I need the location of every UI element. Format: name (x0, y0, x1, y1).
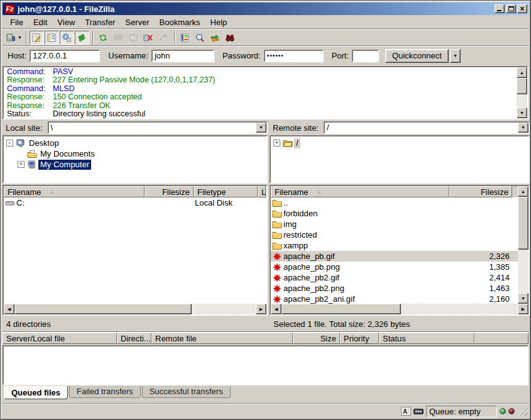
scroll-right-icon[interactable]: ▶ (256, 304, 266, 314)
cancel-button[interactable] (126, 31, 141, 45)
toggle-remote-tree-button[interactable] (60, 31, 74, 45)
menu-item-bookmarks[interactable]: Bookmarks (155, 17, 205, 28)
svg-text:A: A (403, 408, 407, 415)
folder-icon (272, 198, 282, 208)
file-row-apache-pb-gif[interactable]: apache_pb.gif2,326 (271, 251, 518, 262)
sort-ascending-icon: ▲ (50, 190, 54, 194)
window-controls: × (495, 4, 527, 13)
menu-item-edit[interactable]: Edit (28, 17, 52, 28)
column-header-label: Status (383, 334, 406, 343)
file-row-restricted[interactable]: restricted (271, 229, 518, 240)
column-header-status[interactable]: Status (379, 333, 474, 344)
quickconnect-button[interactable]: Quickconnect (385, 49, 449, 63)
tree-item-item[interactable]: +/ (271, 138, 528, 148)
username-label: Username: (108, 51, 148, 60)
toggle-local-tree-button[interactable] (45, 31, 59, 45)
column-header-filesize[interactable]: Filesize (449, 186, 512, 197)
scroll-up-icon[interactable]: ▲ (518, 186, 528, 197)
minimize-button[interactable] (495, 4, 505, 13)
column-header-filename[interactable]: Filename▲ (271, 186, 449, 197)
toggle-log-button[interactable] (30, 31, 44, 45)
file-row-item[interactable]: .. (271, 197, 518, 208)
column-header-filetype[interactable]: Filetype (194, 186, 258, 197)
column-header-size[interactable]: Size (293, 333, 340, 344)
toggle-queue-button[interactable] (75, 31, 89, 45)
column-header-l[interactable]: L (258, 186, 266, 197)
collapse-icon[interactable]: − (6, 140, 13, 146)
expand-icon[interactable]: + (18, 161, 25, 168)
remote-hscrollbar[interactable]: ◀ ▶ (271, 304, 528, 314)
reconnect-button[interactable] (156, 31, 171, 45)
remote-site-combo[interactable]: / ▼ (324, 121, 530, 134)
file-row-apache-pb2-gif[interactable]: apache_pb2.gif2,414 (271, 272, 518, 283)
scrollbar-thumb[interactable] (282, 304, 401, 314)
compare-button[interactable] (193, 31, 207, 45)
column-header-remote-file[interactable]: Remote file (151, 333, 293, 344)
tree-item-my-documents[interactable]: My Documents (4, 148, 266, 159)
scroll-right-icon[interactable]: ▶ (518, 304, 528, 314)
column-header-server-local-file[interactable]: Server/Local file (3, 333, 117, 344)
column-header-priority[interactable]: Priority (340, 333, 379, 344)
column-header-filesize[interactable]: Filesize (145, 186, 194, 197)
scrollbar-thumb[interactable] (518, 197, 528, 250)
file-row-apache-pb2-png[interactable]: apache_pb2.png1,463 (271, 283, 518, 294)
file-row-forbidden[interactable]: forbidden (271, 208, 518, 219)
tab-queued-files[interactable]: Queued files (4, 386, 68, 399)
remote-pane: Remote site: / ▼ +/ Filename▲Filesize ..… (270, 121, 530, 330)
file-row-img[interactable]: img (271, 219, 518, 229)
site-manager-button[interactable]: ▼ (5, 31, 23, 45)
tab-successful-transfers[interactable]: Successful transfers (142, 386, 231, 398)
username-input[interactable] (151, 50, 214, 62)
remote-tree: +/ (270, 135, 530, 184)
scroll-left-icon[interactable]: ◀ (271, 304, 282, 314)
process-queue-button[interactable] (111, 31, 126, 45)
close-button[interactable]: × (517, 4, 527, 13)
column-header-filename[interactable]: Filename▲ (4, 186, 145, 197)
local-hscrollbar[interactable]: ◀ ▶ (4, 304, 266, 314)
filter-button[interactable] (178, 31, 192, 45)
refresh-button[interactable] (96, 31, 111, 45)
log-line: Status:Directory listing successful (4, 110, 516, 118)
file-row-apache-pb2-ani-gif[interactable]: apache_pb2_ani.gif2,160 (271, 294, 518, 304)
chevron-down-icon[interactable]: ▼ (518, 123, 528, 133)
queue-header: Server/Local fileDirecti...Remote fileSi… (3, 333, 528, 345)
menu-item-server[interactable]: Server (120, 17, 154, 28)
log-scrollbar[interactable]: ▲ ▼ (517, 67, 527, 118)
file-row-c[interactable]: C:Local Disk (4, 197, 266, 208)
file-row-apache-pb-png[interactable]: apache_pb.png1,385 (271, 262, 518, 272)
scroll-up-icon[interactable]: ▲ (517, 67, 527, 78)
scroll-down-icon[interactable]: ▼ (517, 108, 527, 118)
log-line-label: Status: (7, 110, 53, 118)
menu-item-transfer[interactable]: Transfer (80, 17, 120, 28)
scrollbar-thumb[interactable] (517, 78, 527, 94)
quickconnect-dropdown-button[interactable]: ▼ (450, 49, 461, 63)
menu-item-view[interactable]: View (52, 17, 80, 28)
column-header-directi[interactable]: Directi... (117, 333, 151, 344)
expand-icon[interactable]: + (273, 140, 280, 146)
port-input[interactable] (352, 50, 379, 62)
host-input[interactable] (30, 50, 100, 62)
chevron-down-icon[interactable]: ▼ (18, 31, 22, 44)
sync-browse-button[interactable] (208, 31, 222, 45)
local-site-combo[interactable]: \ ▼ (48, 121, 268, 134)
tab-failed-transfers[interactable]: Failed transfers (69, 386, 141, 398)
file-name-cell: apache_pb.png (271, 262, 449, 272)
tree-item-my-computer[interactable]: +My Computer (4, 159, 266, 170)
scrollbar-thumb[interactable] (14, 304, 192, 314)
column-header-label: L (261, 187, 266, 197)
menu-item-file[interactable]: File (5, 17, 28, 28)
local-file-list: Filename▲FilesizeFiletypeL C:Local Disk … (3, 185, 268, 316)
scroll-down-icon[interactable]: ▼ (518, 293, 528, 304)
disconnect-button[interactable] (141, 31, 156, 45)
title-bar[interactable]: Fz john@127.0.0.1 - FileZilla × (3, 3, 528, 15)
scroll-left-icon[interactable]: ◀ (4, 304, 14, 314)
maximize-button[interactable] (506, 4, 516, 13)
resize-grip[interactable] (518, 407, 527, 416)
password-input[interactable] (264, 50, 324, 62)
find-files-button[interactable] (223, 31, 238, 45)
tree-item-desktop[interactable]: −Desktop (4, 138, 266, 148)
remote-vscrollbar[interactable]: ▲ ▼ (518, 186, 528, 304)
file-row-xampp[interactable]: xampp (271, 240, 518, 251)
chevron-down-icon[interactable]: ▼ (256, 123, 266, 133)
menu-item-help[interactable]: Help (205, 17, 233, 28)
